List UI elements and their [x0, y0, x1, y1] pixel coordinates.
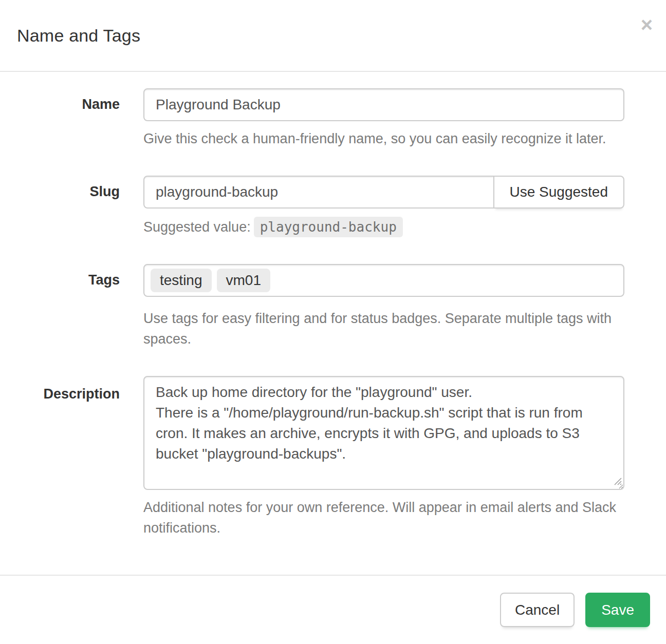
dialog-title: Name and Tags: [17, 26, 140, 46]
dialog-body: Name Give this check a human-friendly na…: [0, 72, 666, 575]
description-field-group: Description Back up home directory for t…: [17, 376, 624, 538]
save-button[interactable]: Save: [585, 593, 650, 627]
suggested-value-label: Suggested value:: [143, 219, 251, 235]
tags-field-group: Tags testing vm01 Use tags for easy filt…: [17, 264, 624, 349]
slug-field-group: Slug Use Suggested Suggested value:playg…: [17, 176, 624, 237]
tag-chip-vm01: vm01: [217, 269, 270, 292]
suggested-slug-code: playground-backup: [254, 217, 403, 237]
dialog-header: Name and Tags ×: [0, 0, 666, 72]
slug-suggested-help: Suggested value:playground-backup: [143, 217, 624, 237]
tags-input[interactable]: testing vm01: [143, 264, 624, 297]
use-suggested-button[interactable]: Use Suggested: [493, 176, 624, 209]
slug-input[interactable]: [143, 176, 494, 209]
tag-chip-testing: testing: [151, 269, 212, 292]
slug-label: Slug: [17, 176, 143, 237]
dialog-footer: Cancel Save: [0, 575, 666, 644]
name-input[interactable]: [143, 88, 624, 121]
cancel-button[interactable]: Cancel: [500, 593, 575, 627]
description-label: Description: [17, 376, 143, 538]
slug-input-group: Use Suggested: [143, 176, 624, 209]
tags-label: Tags: [17, 264, 143, 349]
name-help-text: Give this check a human-friendly name, s…: [143, 128, 624, 149]
name-label: Name: [17, 88, 143, 149]
name-field-group: Name Give this check a human-friendly na…: [17, 88, 624, 149]
close-icon[interactable]: ×: [641, 14, 653, 35]
tags-help-text: Use tags for easy filtering and for stat…: [143, 308, 624, 349]
description-help-text: Additional notes for your own reference.…: [143, 497, 624, 538]
description-textarea[interactable]: Back up home directory for the "playgrou…: [143, 376, 624, 490]
name-and-tags-dialog: Name and Tags × Name Give this check a h…: [0, 0, 666, 644]
